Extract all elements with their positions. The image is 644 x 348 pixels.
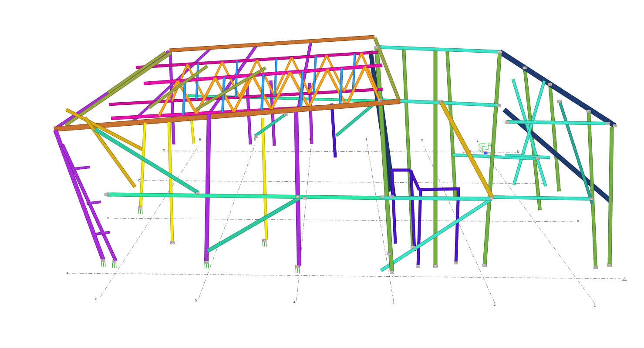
origin-box-edge [482, 145, 492, 147]
column-green-corner[interactable] [485, 52, 500, 265]
lacing-3[interactable] [96, 232, 110, 234]
connection-plate [303, 197, 307, 199]
grid-label-D: D [162, 149, 165, 152]
lacing-2[interactable] [87, 202, 101, 204]
grid-label-C: C [138, 179, 141, 182]
column-yellow-stub[interactable] [192, 121, 194, 144]
connection-plate [387, 252, 391, 255]
origin-box-edge [479, 143, 489, 144]
grid-label-3: 3 [365, 138, 367, 141]
grid-line-6 [100, 144, 199, 297]
connection-plate [416, 265, 420, 268]
connection-plate [105, 193, 109, 196]
base-plate [101, 259, 106, 267]
knee-brace-teal[interactable] [255, 114, 286, 136]
lacing-1[interactable] [74, 167, 90, 169]
column-purple-4[interactable] [296, 112, 299, 266]
origin-box-edge [479, 151, 482, 153]
brace-gold-right[interactable] [441, 101, 492, 198]
column-green-back-1[interactable] [404, 47, 413, 247]
grid-label-B: B [577, 220, 579, 223]
base-plate [263, 239, 267, 247]
grid-label-2: 2 [494, 303, 496, 307]
grid-label-5: 5 [195, 299, 197, 302]
grid-label-1: 1 [477, 139, 479, 143]
column-green-far-right[interactable] [610, 127, 612, 265]
base-plate [138, 207, 143, 214]
grid-label-A: A [624, 277, 626, 281]
connection-plate [378, 99, 382, 102]
beam-green-long[interactable] [107, 194, 383, 198]
truss-vert-b4[interactable] [314, 56, 316, 93]
grid-label-D: D [517, 150, 519, 154]
beam-cyan-top[interactable] [377, 47, 500, 52]
grid-label-A: A [67, 271, 69, 275]
connection-plate [594, 266, 598, 269]
beam-cyan-long[interactable] [383, 198, 491, 199]
connection-plate [608, 264, 612, 267]
brace-teal-2[interactable] [208, 198, 300, 251]
column-yellow-2[interactable] [169, 122, 172, 243]
connection-plate [381, 196, 384, 198]
connection-plate [439, 100, 443, 103]
model-viewport[interactable]: X AABBCDD665544332211 [0, 0, 644, 348]
base-plate [112, 261, 117, 268]
grid-label-2: 2 [421, 139, 423, 142]
grid-line-A [72, 273, 620, 279]
connection-plate [536, 157, 540, 160]
grid-label-6: 6 [199, 138, 201, 141]
column-indigo-1[interactable] [392, 171, 395, 244]
connection-plate [196, 192, 200, 194]
model-scene[interactable]: X AABBCDD665544332211 [0, 0, 644, 348]
column-purple-6-outer[interactable] [55, 130, 103, 260]
connection-plate [505, 121, 509, 124]
connection-plate [390, 195, 394, 198]
truss-vert-f5[interactable] [340, 68, 342, 106]
base-plate [296, 265, 300, 273]
connection-plate [390, 271, 394, 274]
grid-label-6: 6 [95, 298, 98, 301]
column-indigo-3[interactable] [418, 190, 421, 266]
brace-gold-1[interactable] [85, 117, 135, 187]
column-indigo-back[interactable] [332, 104, 335, 157]
connection-plate [498, 51, 502, 54]
beam-cyan-low-right[interactable] [491, 197, 591, 199]
connection-plate [548, 83, 552, 86]
connection-plate [284, 113, 288, 116]
grid-line-B [114, 218, 574, 222]
base-plate [205, 261, 209, 268]
structural-members [54, 37, 615, 271]
connection-plate [434, 265, 438, 268]
truss-vert-f1[interactable] [183, 80, 185, 114]
truss-vert-f4[interactable] [301, 71, 303, 108]
connection-plate [489, 197, 493, 199]
connection-plate [171, 241, 175, 244]
column-purple-5[interactable] [206, 114, 209, 261]
connection-plate [523, 67, 527, 69]
connection-plate [497, 104, 501, 107]
origin-box-edge [479, 144, 482, 147]
column-yellow-3[interactable] [263, 118, 266, 240]
connection-plate [590, 197, 593, 200]
grid-label-1: 1 [594, 304, 596, 308]
connection-plate [454, 261, 458, 264]
truss-vert-f3[interactable] [262, 74, 263, 110]
brace-olive-3[interactable] [196, 68, 266, 110]
truss-chord-top-back[interactable] [136, 52, 378, 67]
grid-line-D [167, 151, 516, 152]
brace-teal-1[interactable] [95, 129, 198, 193]
beam-cyan-gable-mid[interactable] [506, 122, 608, 124]
grid-label-5: 5 [254, 138, 256, 141]
connection-plate [606, 122, 610, 125]
truss-vert-b1[interactable] [196, 64, 198, 100]
beam-indigo-2[interactable] [419, 189, 460, 190]
connection-plate [613, 124, 617, 127]
connection-plate [558, 100, 562, 103]
connection-plate [375, 46, 379, 49]
brace-olive-1[interactable] [108, 52, 165, 93]
grid-label-B: B [108, 217, 110, 220]
grid-label-4: 4 [293, 301, 296, 304]
grid-label-4: 4 [309, 137, 311, 141]
beam-eave-back[interactable] [169, 37, 374, 50]
connection-plate [296, 196, 300, 198]
